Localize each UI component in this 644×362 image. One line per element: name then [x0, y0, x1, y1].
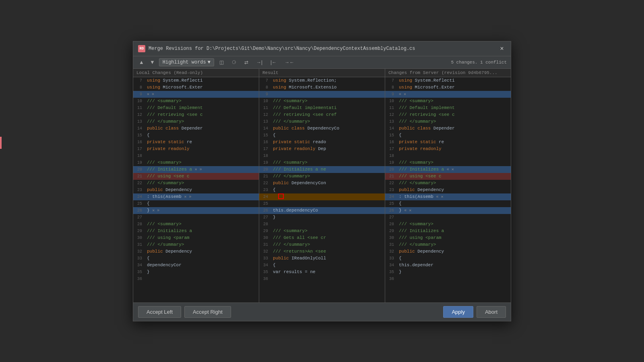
right-line-20: 20 /// Initializes a « ✕: [385, 166, 511, 173]
toolbar: ▲ ▼ Highlight words ▼ ◫ ⚆ ⇄ →| |← →← 5 c…: [133, 56, 511, 69]
left-line-16: 16 private static re: [133, 139, 259, 146]
footer: Accept Left Accept Right Apply Abort: [133, 302, 511, 321]
right-line-9: 9 « ✕: [385, 91, 511, 98]
center-line-28: 28: [259, 221, 385, 228]
center-line-8: 8using Microsoft.Extensio: [259, 84, 385, 91]
title-bar-left: RD Merge Revisions for D:\Projects\Git\D…: [138, 45, 415, 52]
title-bar: RD Merge Revisions for D:\Projects\Git\D…: [133, 41, 511, 56]
dialog-title: Merge Revisions for D:\Projects\Git\Demo…: [149, 46, 415, 51]
left-line-32: 32 public Dependency: [133, 248, 259, 255]
center-line-13: 13/// </summary>: [259, 118, 385, 125]
left-line-35: 35 }: [133, 269, 259, 276]
center-line-12: 12/// retrieving <see cref: [259, 111, 385, 118]
right-line-13: 13/// </summary>: [385, 118, 511, 125]
conflict-info: 5 changes. 1 conflict: [451, 60, 507, 65]
center-line-26: 26 this.dependencyCo: [259, 207, 385, 214]
center-panel-header: Result: [259, 69, 385, 77]
toolbar-btn-1[interactable]: ◫: [217, 58, 227, 66]
toolbar-btn-5[interactable]: |←: [268, 58, 279, 66]
left-line-7: 7 using System.Reflecti: [133, 77, 259, 84]
right-line-32: 32 public Dependency: [385, 248, 511, 255]
left-line-15: 15{: [133, 132, 259, 139]
center-line-35: 35 var results = ne: [259, 269, 385, 276]
right-line-31: 31 /// </summary>: [385, 241, 511, 248]
footer-left: Accept Left Accept Right: [138, 306, 231, 318]
right-line-30: 30 /// using <param: [385, 234, 511, 241]
center-line-36: 36: [259, 276, 385, 282]
right-line-8: 8using Microsoft.Exter: [385, 84, 511, 91]
right-line-23: 23 public Dependency: [385, 187, 511, 193]
left-line-14: 14public class Depender: [133, 125, 259, 132]
left-line-36: 36: [133, 276, 259, 282]
left-line-18: 18: [133, 152, 259, 159]
center-line-33: 33 public IReadOnlyColl: [259, 255, 385, 262]
highlight-dropdown[interactable]: Highlight words ▼: [159, 58, 214, 66]
left-line-26: 26 } ✕ »: [133, 207, 259, 214]
right-line-15: 15{: [385, 132, 511, 139]
right-line-29: 29 /// Initializes a: [385, 228, 511, 234]
center-line-7: 7using System.Reflection;: [259, 77, 385, 84]
close-button[interactable]: ×: [498, 45, 506, 53]
nav-next-button[interactable]: ▼: [148, 58, 157, 66]
right-pane: 7using System.Reflecti 8using Microsoft.…: [385, 77, 511, 302]
left-line-17: 17 private readonly: [133, 146, 259, 152]
center-line-34: 34 {: [259, 262, 385, 269]
center-line-14: 14public class DependencyCo: [259, 125, 385, 132]
center-line-31: 31 /// </summary>: [259, 241, 385, 248]
right-line-17: 17 private readonly: [385, 146, 511, 152]
toolbar-btn-4[interactable]: →|: [254, 58, 265, 66]
center-line-25: 25: [259, 200, 385, 207]
left-line-29: 29 /// Initializes a: [133, 228, 259, 234]
left-line-34: 34 dependencyCor: [133, 262, 259, 269]
center-line-9: 9: [259, 91, 385, 98]
right-line-11: 11/// Default implement: [385, 105, 511, 111]
left-line-19: 19 /// <summary>: [133, 159, 259, 166]
center-line-11: 11/// Default implementati: [259, 105, 385, 111]
apply-button[interactable]: Apply: [443, 306, 473, 318]
center-pane: 7using System.Reflection; 8using Microso…: [259, 77, 385, 302]
right-line-16: 16 private static re: [385, 139, 511, 146]
center-line-27: 27 }: [259, 214, 385, 221]
right-line-10: 10/// <summary>: [385, 98, 511, 105]
left-line-22: 22 /// </summary>: [133, 180, 259, 187]
merge-dialog: RD Merge Revisions for D:\Projects\Git\D…: [133, 41, 511, 321]
left-line-8: 8 using Microsoft.Exter: [133, 84, 259, 91]
left-line-12: 12/// retrieving <see c: [133, 111, 259, 118]
center-line-18: 18: [259, 152, 385, 159]
accept-right-button[interactable]: Accept Right: [184, 306, 231, 318]
toolbar-btn-2[interactable]: ⚆: [229, 58, 239, 66]
abort-button[interactable]: Abort: [477, 306, 506, 318]
left-line-27: 27: [133, 214, 259, 221]
left-line-23: 23 public Dependency: [133, 187, 259, 193]
nav-prev-button[interactable]: ▲: [137, 58, 146, 66]
right-line-14: 14public class Depender: [385, 125, 511, 132]
left-line-10: 10/// <summary>: [133, 98, 259, 105]
right-line-18: 18: [385, 152, 511, 159]
right-line-22: 22 /// </summary>: [385, 180, 511, 187]
left-line-28: 28 /// <summary>: [133, 221, 259, 228]
left-pane: 7 using System.Reflecti 8 using Microsof…: [133, 77, 259, 302]
right-line-28: 28 /// <summary>: [385, 221, 511, 228]
left-line-11: 11/// Default implement: [133, 105, 259, 111]
left-line-20: 20 /// Initializes a ✕ »: [133, 166, 259, 173]
right-line-36: 36: [385, 276, 511, 282]
content-area: 7 using System.Reflecti 8 using Microsof…: [133, 77, 511, 302]
center-line-20: 20 /// Initializes a ne: [259, 166, 385, 173]
footer-right: Apply Abort: [443, 306, 506, 318]
right-panel-header: Changes from Server (revision 9d4b6795..…: [385, 69, 511, 77]
left-line-13: 13/// </summary>: [133, 118, 259, 125]
left-line-21: 21 /// using <see c: [133, 173, 259, 180]
right-line-21: 21 /// using <see c: [385, 173, 511, 180]
right-line-34: 34 this.depender: [385, 262, 511, 269]
toolbar-btn-6[interactable]: →←: [282, 58, 297, 66]
center-line-22: 22 public DependencyCon: [259, 180, 385, 187]
accept-left-button[interactable]: Accept Left: [138, 306, 181, 318]
right-line-12: 12/// retrieving <see c: [385, 111, 511, 118]
left-line-33: 33 {: [133, 255, 259, 262]
center-line-30: 30 /// Gets all <see cr: [259, 234, 385, 241]
right-line-27: 27: [385, 214, 511, 221]
left-line-31: 31 /// </summary>: [133, 241, 259, 248]
center-line-24: 24: [259, 193, 385, 200]
toolbar-btn-3[interactable]: ⇄: [242, 58, 251, 66]
center-line-21: 21 /// </summary>: [259, 173, 385, 180]
